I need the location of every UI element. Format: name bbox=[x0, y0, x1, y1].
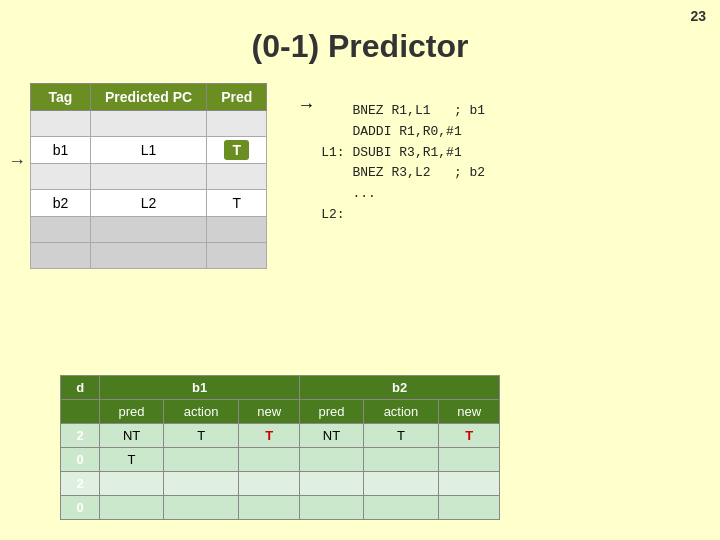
code-arrow-icon: → bbox=[297, 95, 315, 116]
code-block: BNEZ R1,L1 ; b1 DADDI R1,R0,#1 L1: DSUBI… bbox=[321, 101, 485, 226]
table-row: b2 L2 T bbox=[31, 190, 267, 217]
col-tag: Tag bbox=[31, 84, 91, 111]
bottom-table-wrapper: d b1 b2 pred action new pred action new … bbox=[60, 375, 690, 520]
col-pred: Pred bbox=[207, 84, 267, 111]
page-title: (0-1) Predictor bbox=[0, 28, 720, 65]
table-row bbox=[31, 111, 267, 137]
table-row: 2 bbox=[61, 472, 500, 496]
b2-pred bbox=[300, 448, 364, 472]
table-row: 2 NT T T NT T T bbox=[61, 424, 500, 448]
col-b1-new: new bbox=[239, 400, 300, 424]
d-value: 2 bbox=[61, 424, 100, 448]
tag-b1: b1 bbox=[31, 137, 91, 164]
pred-b2: T bbox=[207, 190, 267, 217]
col-b1-pred: pred bbox=[100, 400, 164, 424]
b2-action bbox=[363, 448, 438, 472]
table-row bbox=[31, 164, 267, 190]
table-row bbox=[31, 217, 267, 243]
bottom-table: d b1 b2 pred action new pred action new … bbox=[60, 375, 500, 520]
b1-action: T bbox=[163, 424, 238, 448]
b2-pred: NT bbox=[300, 424, 364, 448]
table-header-row: Tag Predicted PC Pred bbox=[31, 84, 267, 111]
d-value: 0 bbox=[61, 448, 100, 472]
b2-new bbox=[439, 448, 500, 472]
b1-action bbox=[163, 448, 238, 472]
d-value: 0 bbox=[61, 496, 100, 520]
predictor-table: Tag Predicted PC Pred b1 L1 T b2 bbox=[30, 83, 267, 269]
b1-pred: NT bbox=[100, 424, 164, 448]
col-b2-pred: pred bbox=[300, 400, 364, 424]
b1-new bbox=[239, 448, 300, 472]
table-row bbox=[31, 243, 267, 269]
predictor-arrow: → bbox=[8, 151, 26, 172]
table-row: b1 L1 T bbox=[31, 137, 267, 164]
tag-b2: b2 bbox=[31, 190, 91, 217]
col-b2-new: new bbox=[439, 400, 500, 424]
table-row: 0 T bbox=[61, 448, 500, 472]
col-b1-header: b1 bbox=[100, 376, 300, 400]
predictor-table-wrapper: → Tag Predicted PC Pred b1 L1 T bbox=[30, 83, 267, 269]
pc-l1: L1 bbox=[91, 137, 207, 164]
b1-pred: T bbox=[100, 448, 164, 472]
col-predicted-pc: Predicted PC bbox=[91, 84, 207, 111]
pred-b1: T bbox=[207, 137, 267, 164]
b2-new: T bbox=[439, 424, 500, 448]
bottom-table-group-header: d b1 b2 bbox=[61, 376, 500, 400]
main-content: → Tag Predicted PC Pred b1 L1 T bbox=[0, 83, 720, 269]
pc-l2: L2 bbox=[91, 190, 207, 217]
col-d-header: d bbox=[61, 376, 100, 400]
col-b2-header: b2 bbox=[300, 376, 500, 400]
b2-action: T bbox=[363, 424, 438, 448]
col-b1-action: action bbox=[163, 400, 238, 424]
code-section: → BNEZ R1,L1 ; b1 DADDI R1,R0,#1 L1: DSU… bbox=[297, 93, 485, 269]
page-number: 23 bbox=[690, 8, 706, 24]
col-b2-action: action bbox=[363, 400, 438, 424]
table-row: 0 bbox=[61, 496, 500, 520]
b1-new: T bbox=[239, 424, 300, 448]
bottom-table-sub-header: pred action new pred action new bbox=[61, 400, 500, 424]
d-value: 2 bbox=[61, 472, 100, 496]
